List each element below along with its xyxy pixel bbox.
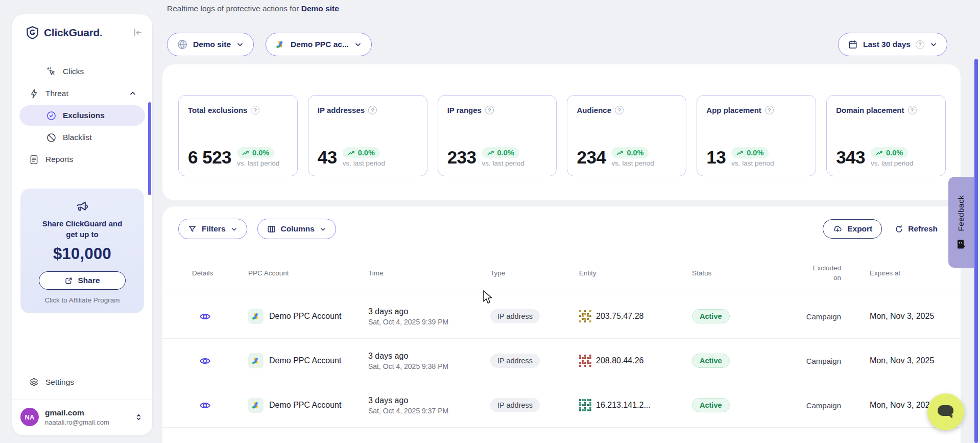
refresh-button[interactable]: Refresh xyxy=(894,224,938,234)
account-selector-dropdown[interactable]: Demo PPC ac... xyxy=(266,33,372,56)
cloud-download-icon xyxy=(832,224,843,234)
columns-dropdown[interactable]: Columns xyxy=(257,219,336,239)
stat-vs-label: vs. last period xyxy=(482,159,524,167)
user-meta: gmail.com naatali.ro@gmail.com xyxy=(45,408,109,426)
megaphone-icon xyxy=(75,200,89,214)
table-row[interactable]: Demo PPC Account 3 days ago Sat, Oct 4, … xyxy=(162,294,961,338)
calendar-icon xyxy=(848,39,858,50)
stat-card-title: IP ranges ? xyxy=(447,106,547,114)
sidebar-nav: Clicks Threat Exclusions xyxy=(12,60,152,171)
site-selector-dropdown[interactable]: Demo site xyxy=(167,33,254,56)
stat-delta-badge: 0.0% xyxy=(237,147,274,158)
sidebar-item-settings[interactable]: Settings xyxy=(19,372,145,392)
affiliate-promo-card[interactable]: Share ClickGuard and get up to $10,000 S… xyxy=(20,189,144,313)
stat-delta-badge: 0.0% xyxy=(482,147,519,158)
sidebar-item-clicks[interactable]: Clicks xyxy=(19,61,145,82)
stat-value: 43 xyxy=(318,147,337,168)
collapse-sidebar-icon[interactable] xyxy=(132,27,143,38)
sidebar-item-exclusions[interactable]: Exclusions xyxy=(19,105,145,126)
stats-panel: Total exclusions ? 6 523 0.0% vs. last p… xyxy=(162,64,961,200)
account-switcher[interactable]: NA gmail.com naatali.ro@gmail.com xyxy=(12,400,152,435)
help-icon[interactable]: ? xyxy=(251,106,259,114)
share-button[interactable]: Share xyxy=(39,271,126,290)
status-badge: Active xyxy=(692,398,730,412)
chevron-up-icon[interactable] xyxy=(129,89,137,98)
stat-label: Total exclusions xyxy=(188,106,247,114)
entity-value: 208.80.44.26 xyxy=(596,356,643,365)
stat-delta-badge: 0.0% xyxy=(343,147,380,158)
stat-delta-value: 0.0% xyxy=(627,149,643,157)
export-button[interactable]: Export xyxy=(823,219,882,239)
chevron-down-icon xyxy=(929,40,938,49)
excluded-on-cell: Campaign xyxy=(803,312,856,321)
chat-widget-button[interactable] xyxy=(927,393,964,430)
sidebar-scrollbar[interactable] xyxy=(148,102,151,195)
globe-icon xyxy=(177,39,188,50)
help-icon[interactable]: ? xyxy=(765,106,774,114)
details-cell xyxy=(192,310,248,323)
eye-icon[interactable] xyxy=(199,399,248,412)
date-range-value: Last 30 days xyxy=(863,40,911,49)
sidebar-item-label: Blacklist xyxy=(63,133,92,142)
help-icon[interactable]: ? xyxy=(368,106,377,114)
sidebar-item-reports[interactable]: Reports xyxy=(19,149,145,170)
trend-up-icon xyxy=(348,150,355,156)
promo-amount: $10,000 xyxy=(27,245,138,263)
share-button-label: Share xyxy=(78,276,100,285)
table-row[interactable]: Demo PPC Account 3 days ago Sat, Oct 4, … xyxy=(162,383,961,427)
export-label: Export xyxy=(847,224,872,234)
col-header-excluded-on: Excluded on xyxy=(803,264,856,282)
entity-cell: 203.75.47.28 xyxy=(579,310,692,322)
stat-card: IP addresses ? 43 0.0% vs. last period xyxy=(308,95,427,176)
entity-identicon xyxy=(579,310,591,322)
stat-vs-label: vs. last period xyxy=(343,159,385,167)
stat-delta-wrap: 0.0% vs. last period xyxy=(611,147,654,168)
table-row[interactable]: 3 days ago xyxy=(162,427,961,443)
time-relative: 3 days ago xyxy=(368,352,490,361)
status-cell: Active xyxy=(692,398,803,412)
time-cell: 3 days ago Sat, Oct 4, 2025 9:39 PM xyxy=(368,307,490,326)
feedback-label: Feedback xyxy=(957,195,966,231)
google-ads-icon xyxy=(248,353,264,368)
stat-value: 13 xyxy=(706,147,726,168)
filters-dropdown[interactable]: Filters xyxy=(178,219,247,239)
table-row[interactable]: Demo PPC Account 3 days ago Sat, Oct 4, … xyxy=(162,338,961,383)
eye-icon[interactable] xyxy=(199,310,248,323)
site-selector-value: Demo site xyxy=(193,40,231,49)
trend-up-icon xyxy=(876,150,883,156)
page-scrollbar[interactable] xyxy=(974,59,978,443)
date-range-dropdown[interactable]: Last 30 days ? xyxy=(838,33,947,56)
help-icon[interactable]: ? xyxy=(485,106,494,114)
feedback-face-icon xyxy=(956,239,966,249)
account-cell: Demo PPC Account xyxy=(248,398,368,413)
entity-identicon xyxy=(579,355,591,367)
stat-delta-value: 0.0% xyxy=(252,149,269,157)
col-header-details: Details xyxy=(192,269,248,277)
stat-card-title: Total exclusions ? xyxy=(188,106,288,114)
google-ads-icon xyxy=(248,398,264,413)
sidebar-item-blacklist[interactable]: Blacklist xyxy=(19,127,145,148)
stat-vs-label: vs. last period xyxy=(611,159,654,167)
help-icon[interactable]: ? xyxy=(615,106,624,114)
stat-delta-wrap: 0.0% vs. last period xyxy=(343,147,385,168)
account-cell: Demo PPC Account xyxy=(248,353,368,368)
col-header-time: Time xyxy=(368,269,490,277)
avatar: NA xyxy=(20,408,39,426)
stat-vs-label: vs. last period xyxy=(871,159,913,167)
col-header-entity: Entity xyxy=(579,269,692,277)
stat-label: Domain placement xyxy=(836,106,904,114)
google-ads-icon xyxy=(248,309,264,324)
stat-card: Audience ? 234 0.0% vs. last period xyxy=(567,95,686,176)
stat-card-bottom: 43 0.0% vs. last period xyxy=(318,147,385,168)
eye-icon[interactable] xyxy=(199,355,248,367)
type-cell: IP address xyxy=(490,354,579,368)
stat-value: 234 xyxy=(577,147,606,168)
sidebar-item-threat[interactable]: Threat xyxy=(19,83,145,104)
entity-cell: 16.213.141.2... xyxy=(579,399,692,411)
funnel-icon xyxy=(187,224,197,234)
feedback-tab[interactable]: Feedback xyxy=(948,177,974,268)
trend-up-icon xyxy=(242,150,250,156)
chevron-up-down-icon xyxy=(134,413,143,422)
help-icon[interactable]: ? xyxy=(908,106,917,114)
stat-card-bottom: 234 0.0% vs. last period xyxy=(577,147,654,168)
